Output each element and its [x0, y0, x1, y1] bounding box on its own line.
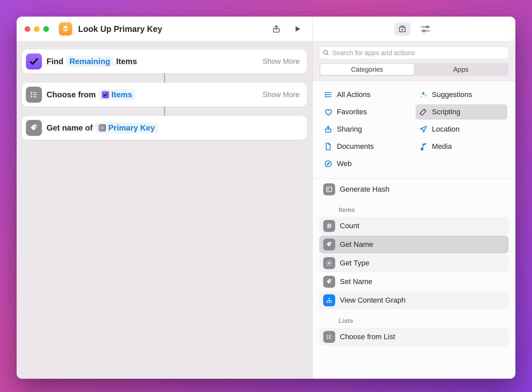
- wand-icon: [419, 108, 428, 116]
- tag-icon: [26, 120, 42, 136]
- heart-icon: [324, 108, 332, 116]
- library-pane: Categories Apps All Actions Suggestions …: [313, 17, 515, 379]
- gear-icon: [323, 257, 335, 269]
- action-choose-from[interactable]: Choose from Items Show More: [22, 83, 307, 107]
- library-toggle-button[interactable]: [394, 22, 410, 36]
- tab-categories[interactable]: Categories: [320, 64, 414, 75]
- titlebar: Look Up Primary Key: [17, 17, 312, 42]
- settings-toggle-button[interactable]: [418, 22, 434, 36]
- document-icon: [324, 143, 332, 150]
- svg-rect-28: [327, 187, 332, 191]
- search-field[interactable]: [319, 46, 509, 59]
- svg-point-25: [325, 96, 326, 97]
- svg-rect-10: [102, 128, 104, 128]
- tab-apps[interactable]: Apps: [414, 64, 508, 75]
- tab-switcher: Categories Apps: [319, 63, 509, 76]
- svg-rect-37: [331, 302, 332, 303]
- svg-point-3: [31, 94, 32, 95]
- svg-rect-6: [33, 96, 37, 97]
- svg-point-18: [324, 50, 328, 54]
- svg-point-11: [100, 129, 101, 129]
- right-toolbar: [313, 17, 515, 42]
- list-icon: [99, 124, 106, 132]
- svg-line-31: [328, 224, 329, 228]
- variable-token-remaining[interactable]: Remaining: [66, 56, 114, 67]
- list-icon: [26, 87, 42, 103]
- section-title-lists: Lists: [319, 309, 509, 327]
- svg-point-15: [426, 26, 428, 28]
- svg-line-32: [330, 224, 331, 228]
- svg-point-42: [327, 338, 328, 339]
- svg-point-38: [327, 335, 328, 336]
- verb: Get name of: [47, 123, 93, 133]
- app-window: Look Up Primary Key Find Remaining It: [17, 17, 515, 379]
- section-title-items: Items: [319, 198, 509, 216]
- action-text: Choose from Items: [47, 89, 136, 100]
- music-note-icon: [419, 143, 428, 150]
- svg-rect-4: [33, 94, 37, 95]
- actions-list[interactable]: Generate Hash Items Count Get Name Get: [313, 178, 515, 379]
- close-window-button[interactable]: [25, 26, 30, 32]
- action-generate-hash[interactable]: Generate Hash: [319, 180, 509, 198]
- window-controls: [25, 26, 49, 32]
- action-get-type[interactable]: Get Type: [319, 254, 509, 272]
- svg-point-40: [327, 336, 328, 337]
- category-all-actions[interactable]: All Actions: [321, 87, 412, 102]
- run-button[interactable]: [291, 22, 304, 36]
- category-documents[interactable]: Documents: [321, 139, 412, 154]
- action-text: Get name of Primary Key: [47, 122, 158, 134]
- workflow-pane: Look Up Primary Key Find Remaining It: [17, 17, 313, 379]
- window-title: Look Up Primary Key: [78, 24, 262, 34]
- action-find-items[interactable]: Find Remaining Items Show More: [22, 49, 307, 73]
- svg-rect-35: [327, 302, 328, 303]
- action-view-content-graph[interactable]: View Content Graph: [319, 291, 509, 309]
- svg-point-9: [100, 128, 101, 128]
- shortcut-app-icon: [59, 22, 72, 36]
- category-favorites[interactable]: Favorites: [321, 104, 412, 120]
- svg-point-24: [325, 94, 326, 95]
- categories-grid: All Actions Suggestions Favorites Script…: [313, 81, 515, 178]
- sparkle-icon: [419, 91, 428, 99]
- action-count[interactable]: Count: [319, 217, 509, 235]
- location-arrow-icon: [419, 125, 428, 133]
- share-button[interactable]: [270, 22, 283, 36]
- verb: Find: [47, 57, 64, 66]
- svg-point-23: [325, 92, 326, 93]
- verb: Choose from: [47, 90, 96, 99]
- variable-token-primary-key[interactable]: Primary Key: [95, 122, 158, 134]
- checkmark-icon: [26, 53, 42, 69]
- category-suggestions[interactable]: Suggestions: [416, 87, 507, 102]
- category-web[interactable]: Web: [321, 156, 412, 171]
- action-set-name[interactable]: Set Name: [319, 273, 509, 291]
- search-input[interactable]: [332, 49, 505, 57]
- connector-line: [164, 106, 165, 116]
- svg-point-7: [100, 126, 101, 127]
- svg-point-17: [423, 30, 425, 32]
- category-sharing[interactable]: Sharing: [321, 122, 412, 137]
- segmented-row: Categories Apps: [313, 63, 515, 81]
- show-more-button[interactable]: Show More: [263, 90, 300, 99]
- list-icon: [323, 331, 335, 343]
- svg-rect-39: [329, 335, 332, 336]
- action-text: Find Remaining Items: [47, 56, 137, 67]
- svg-rect-41: [329, 337, 332, 337]
- hash-icon: [323, 220, 335, 232]
- search-icon: [323, 49, 330, 56]
- svg-rect-2: [33, 92, 37, 93]
- action-get-name[interactable]: Get Name: [319, 236, 509, 253]
- minimize-window-button[interactable]: [34, 26, 40, 32]
- zoom-window-button[interactable]: [43, 26, 49, 32]
- show-more-button[interactable]: Show More: [263, 57, 300, 66]
- action-get-name[interactable]: Get name of Primary Key: [22, 116, 307, 140]
- variable-token-items[interactable]: Items: [98, 89, 136, 100]
- svg-rect-36: [329, 302, 330, 303]
- category-scripting[interactable]: Scripting: [416, 104, 507, 120]
- category-media[interactable]: Media: [416, 139, 507, 154]
- safari-icon: [324, 160, 332, 168]
- action-choose-from-list[interactable]: Choose from List: [319, 328, 509, 346]
- graph-icon: [323, 294, 335, 306]
- list-bullet-icon: [324, 91, 332, 99]
- suffix: Items: [116, 57, 137, 66]
- svg-rect-43: [329, 338, 332, 339]
- category-location[interactable]: Location: [416, 122, 507, 137]
